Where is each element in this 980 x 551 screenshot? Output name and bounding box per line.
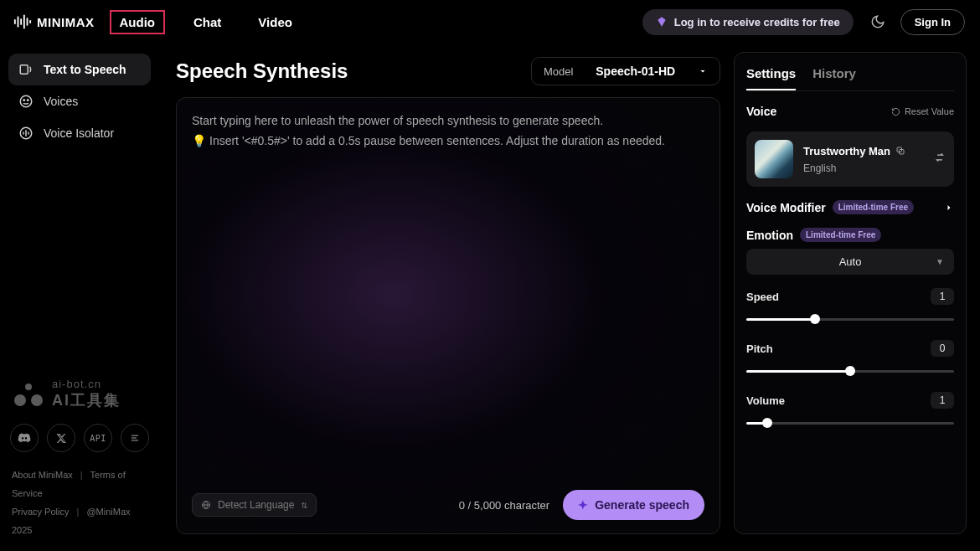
emotion-select[interactable]: Auto ▼ (746, 249, 954, 275)
svg-point-8 (23, 100, 25, 101)
login-credits-label: Log in to receive credits for free (674, 16, 840, 28)
privacy-link[interactable]: Privacy Policy (12, 507, 69, 517)
model-select[interactable]: Model Speech-01-HD (531, 57, 720, 85)
sort-icon: ⇅ (301, 501, 307, 510)
swap-voice-button[interactable] (934, 152, 946, 167)
sidebar-item-isolator[interactable]: Voice Isolator (8, 117, 151, 149)
sidebar-item-label: Text to Speech (44, 63, 126, 76)
sparkle-icon: ✦ (578, 498, 588, 512)
voice-modifier-row[interactable]: Voice Modifier Limited-time Free (746, 200, 954, 214)
watermark-url: ai-bot.cn (52, 378, 121, 390)
voice-language: English (803, 162, 924, 174)
modifier-label: Voice Modifier (746, 201, 826, 214)
sidebar-item-label: Voice Isolator (44, 126, 114, 140)
menu-button[interactable] (121, 424, 149, 452)
volume-slider[interactable]: Volume 1 (746, 392, 954, 430)
voice-name: Trustworthy Man (803, 145, 890, 157)
tab-history[interactable]: History (812, 66, 856, 90)
brand-logo[interactable]: MINIMAX (7, 13, 101, 31)
svg-rect-4 (27, 18, 28, 25)
waveform-icon (13, 13, 32, 31)
chevron-down-icon (698, 66, 708, 76)
tts-icon (18, 62, 34, 77)
text-editor[interactable]: Start typing here to unleash the power o… (176, 97, 720, 534)
voice-card[interactable]: Trustworthy Man English (746, 131, 954, 187)
moon-icon (870, 14, 885, 29)
svg-rect-6 (20, 65, 28, 75)
chevron-down-icon: ▼ (936, 257, 944, 266)
speed-value: 1 (931, 288, 954, 305)
emotion-label: Emotion (746, 229, 793, 242)
char-count: 0 / 5,000 character (459, 499, 549, 512)
login-credits-button[interactable]: Log in to receive credits for free (642, 9, 854, 35)
sidebar-item-voices[interactable]: Voices (8, 85, 151, 117)
editor-placeholder: Start typing here to unleash the power o… (192, 111, 704, 131)
x-button[interactable] (47, 424, 75, 452)
signin-button[interactable]: Sign In (900, 9, 965, 35)
svg-point-7 (20, 95, 32, 107)
api-button[interactable]: API (84, 424, 112, 452)
brand-name: MINIMAX (37, 15, 95, 29)
generate-label: Generate speech (595, 498, 689, 512)
swap-icon (934, 152, 946, 163)
settings-panel: Settings History Voice Reset Value Trust… (734, 52, 967, 534)
bulb-icon: 💡 (192, 134, 206, 147)
discord-button[interactable] (10, 424, 39, 452)
svg-rect-1 (18, 17, 19, 28)
page-title: Speech Synthesis (176, 59, 348, 83)
pitch-value: 0 (931, 340, 954, 357)
svg-point-9 (28, 100, 29, 101)
reset-icon (891, 107, 900, 116)
x-icon (56, 433, 67, 444)
model-label: Model (544, 65, 573, 78)
discord-icon (18, 431, 31, 445)
gem-icon (656, 16, 668, 28)
generate-button[interactable]: ✦ Generate speech (563, 490, 704, 520)
model-value: Speech-01-HD (596, 64, 675, 78)
voices-icon (18, 94, 34, 109)
language-label: Detect Language (218, 499, 294, 511)
nav-audio[interactable]: Audio (110, 10, 166, 34)
globe-icon (201, 500, 211, 510)
pitch-label: Pitch (746, 342, 773, 355)
about-link[interactable]: About MiniMax (12, 470, 73, 480)
speed-slider[interactable]: Speed 1 (746, 288, 954, 327)
reset-label: Reset Value (905, 106, 954, 116)
isolator-icon (18, 126, 34, 141)
volume-value: 1 (931, 392, 954, 409)
theme-toggle[interactable] (864, 8, 892, 36)
nav-chat[interactable]: Chat (185, 10, 230, 34)
voice-avatar (755, 140, 793, 178)
editor-hint: 💡Insert '<#0.5#>' to add a 0.5s pause be… (192, 131, 704, 152)
svg-point-13 (31, 394, 43, 406)
sidebar-item-label: Voices (44, 95, 78, 108)
pitch-slider[interactable]: Pitch 0 (746, 340, 954, 378)
sidebar: Text to Speech Voices Voice Isolator (0, 44, 159, 551)
volume-label: Volume (746, 394, 785, 407)
svg-point-11 (25, 384, 32, 390)
modifier-badge: Limited-time Free (833, 200, 914, 214)
svg-rect-5 (29, 20, 31, 23)
watermark-icon (13, 382, 44, 407)
emotion-badge: Limited-time Free (800, 228, 881, 242)
svg-rect-2 (20, 18, 22, 24)
sidebar-item-tts[interactable]: Text to Speech (8, 54, 151, 85)
watermark: ai-bot.cn AI工具集 (8, 378, 151, 419)
tab-settings[interactable]: Settings (746, 66, 796, 90)
menu-icon (129, 432, 141, 444)
language-select[interactable]: Detect Language ⇅ (192, 493, 317, 517)
chevron-right-icon (944, 203, 954, 213)
voice-section-title: Voice (746, 105, 776, 118)
emotion-value: Auto (839, 255, 862, 268)
svg-rect-3 (23, 15, 25, 29)
reset-button[interactable]: Reset Value (891, 106, 954, 116)
svg-rect-0 (14, 19, 16, 24)
nav-video[interactable]: Video (250, 10, 301, 34)
copy-icon[interactable] (895, 146, 905, 156)
watermark-cn: AI工具集 (52, 390, 121, 410)
speed-label: Speed (746, 291, 779, 303)
footer-links: About MiniMax | Terms of Service Privacy… (8, 466, 151, 539)
svg-point-12 (14, 394, 26, 406)
